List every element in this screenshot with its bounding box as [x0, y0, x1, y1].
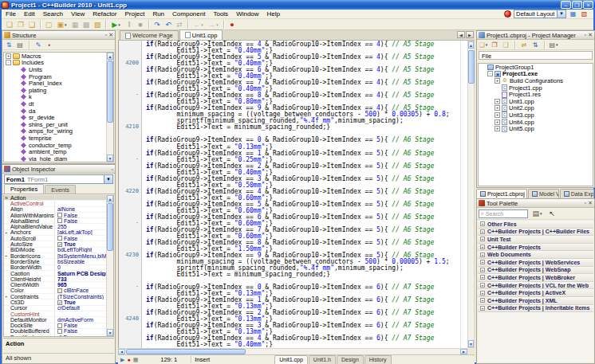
palette-category[interactable]: +C++Builder Projects | ActiveX	[478, 289, 593, 297]
pause-button[interactable]: ‖	[124, 19, 135, 29]
code-line[interactable]: if(RadioGroup9->ItemIndex == 5 & RadioGr…	[142, 201, 467, 207]
structure-item[interactable]: temprise	[4, 135, 113, 142]
code-line[interactable]: Edit51->Text = "0.60mm";}	[142, 220, 467, 226]
property-value[interactable]: bsSizeable	[55, 259, 85, 264]
checkbox-unchecked-icon[interactable]	[57, 236, 62, 241]
save-desktop-button[interactable]: ▦	[569, 10, 577, 18]
property-value[interactable]: 733	[55, 276, 67, 282]
editor-horizontal-scrollbar[interactable]: ◀ ▶	[118, 348, 467, 354]
palette-category[interactable]: +C++Builder Projects | C++Builder Files	[478, 229, 593, 237]
close-icon[interactable]: ✕	[588, 200, 593, 206]
structure-item[interactable]: Program	[4, 73, 113, 80]
code-line[interactable]: Edit51->Text = "0.25mm";}	[142, 156, 467, 162]
project-item[interactable]: +CUnit1.cpp	[479, 98, 593, 105]
code-line[interactable]: if(RadioGroup9->ItemIndex == 2 & RadioGr…	[142, 309, 467, 315]
code-line[interactable]: Edit51->Text = minimum_spacing_rounded;}	[142, 123, 467, 130]
palette-category[interactable]: +C++Builder Projects	[478, 244, 593, 252]
code-line[interactable]: if(RadioGroup9->ItemIndex == 4 & RadioGr…	[142, 335, 467, 341]
property-value[interactable]: (TSizeConstraints)	[55, 294, 104, 299]
expand-icon[interactable]: +	[480, 221, 485, 226]
expand-icon[interactable]: +	[480, 298, 485, 303]
scroll-left-icon[interactable]: ◀	[118, 349, 125, 354]
menu-item-file[interactable]: File	[2, 10, 20, 19]
property-value[interactable]: clBtnFace	[55, 288, 89, 293]
open-button[interactable]: ❐	[15, 19, 26, 29]
desktop-layout-combo[interactable]: Default Layout ▼	[514, 10, 566, 18]
tab-events[interactable]: Events	[45, 185, 76, 194]
expand-icon[interactable]: +	[480, 260, 485, 264]
menu-item-view[interactable]: View	[67, 10, 89, 19]
macro-stop-icon[interactable]: ▦	[133, 357, 139, 363]
code-line[interactable]: if(RadioGroup9->ItemIndex == 2 & RadioGr…	[142, 162, 467, 169]
palette-search-input[interactable]: ⌕ Search	[479, 209, 528, 218]
sort-alphabetically-button[interactable]: ⇅	[4, 41, 14, 49]
palette-category[interactable]: +C++Builder Projects | WebServices	[478, 259, 593, 267]
code-line[interactable]: Edit51->Text = "0.40mm";}	[142, 72, 467, 79]
property-row[interactable]: CursorcrDefault	[4, 306, 113, 311]
code-line[interactable]: if(RadioGroup9->ItemIndex == 1 & RadioGr…	[142, 150, 467, 156]
expand-icon[interactable]: +	[495, 105, 500, 111]
instance-selector-combo[interactable]: Form1 TForm1 ▼	[4, 174, 113, 184]
palette-view-button[interactable]: ▤▾	[530, 209, 544, 219]
palette-category[interactable]: +C++Builder Projects | Inheritable Items	[478, 305, 593, 313]
expand-icon[interactable]: +	[480, 245, 485, 249]
code-line[interactable]: if(RadioGroup9->ItemIndex == 6 & RadioGr…	[142, 66, 467, 72]
pin-icon[interactable]: ▫	[112, 166, 113, 172]
help-insight-button[interactable]: ●	[227, 19, 238, 29]
macro-play-icon[interactable]: ▶	[120, 357, 124, 363]
property-value[interactable]: False	[55, 323, 77, 328]
property-value[interactable]: False	[55, 213, 77, 218]
bottom-tab-history[interactable]: History	[364, 355, 392, 364]
structure-item[interactable]: k	[4, 94, 113, 101]
expand-icon[interactable]: +	[480, 306, 485, 311]
new-node-button[interactable]: ▪	[45, 41, 54, 49]
bottom-tab-design[interactable]: Design	[337, 355, 364, 364]
structure-item[interactable]: +Macros	[4, 53, 113, 60]
checkbox-unchecked-icon[interactable]	[57, 213, 62, 217]
bottom-tab-unit1-h[interactable]: Unit1.h	[309, 355, 336, 364]
close-icon[interactable]: ✕	[108, 32, 113, 38]
project-manager-file-header[interactable]: File	[479, 51, 593, 60]
menu-item-run[interactable]: Run	[148, 10, 168, 19]
scroll-up-icon[interactable]: ▲	[468, 41, 474, 49]
code-editor[interactable]: 4200·4210·4220·4230·4240· if(RadioGroup9…	[118, 41, 467, 348]
scroll-up-icon[interactable]: ▲	[107, 195, 113, 202]
menu-item-component[interactable]: Component	[168, 10, 209, 19]
code-line[interactable]: if(RadioGroup9->ItemIndex == 4 & RadioGr…	[142, 188, 467, 194]
structure-item[interactable]: via_circ	[4, 162, 113, 163]
code-line[interactable]: if(RadioGroup9->ItemIndex == 3 & RadioGr…	[142, 322, 467, 328]
tab-properties[interactable]: Properties	[4, 184, 44, 194]
project-item[interactable]: -▣Project1.exe	[479, 71, 593, 78]
project-item[interactable]: ProjectGroup1	[479, 64, 593, 71]
open-project-button[interactable]: ❑	[26, 19, 37, 29]
run-button[interactable]: ▶▾	[108, 19, 124, 29]
dock-tab-project1-cbproj-proje-[interactable]: Project1.cbproj - Proje...	[476, 189, 527, 198]
code-line[interactable]: if(RadioGroup9->ItemIndex == 8 & RadioGr…	[142, 239, 467, 245]
editor-tab-unit1-cpp[interactable]: Unit1.cpp	[179, 29, 223, 40]
structure-item[interactable]: sr_devide	[4, 114, 113, 121]
structure-item[interactable]: -Includes	[4, 60, 113, 67]
structure-item[interactable]: amps_for_wiring	[4, 128, 113, 135]
property-value[interactable]: dmActiveForm	[55, 317, 93, 323]
code-line[interactable]: Edit51->Text = "1.50mm";}	[142, 245, 467, 252]
project-item[interactable]: +CUnit5.cpp	[479, 125, 593, 132]
expand-icon[interactable]: +	[495, 99, 500, 104]
property-value[interactable]: False	[55, 328, 77, 334]
project-item[interactable]: Project1.res	[479, 91, 593, 98]
code-line[interactable]: if(RadioGroup9->ItemIndex == 4 & RadioGr…	[142, 41, 467, 47]
property-row[interactable]: Action	[4, 195, 113, 201]
palette-category[interactable]: +C++Builder Projects | XML	[478, 297, 593, 305]
expand-icon[interactable]: +	[495, 112, 500, 118]
code-line[interactable]: if(RadioGroup9->ItemIndex == 8 & RadioGr…	[142, 92, 467, 98]
expand-icon[interactable]: +	[480, 275, 485, 280]
dock-tab-model-view[interactable]: Model View	[528, 189, 559, 198]
pm-sync-button[interactable]: ⇄	[519, 41, 529, 49]
code-line[interactable]: sprintf(minimum_spacing_rounded,"%.4f mm…	[142, 117, 467, 123]
code-line[interactable]: Edit51->Text = "0.40mm";}	[142, 47, 467, 53]
code-line[interactable]: if(RadioGroup9->ItemIndex == 6 & RadioGr…	[142, 213, 467, 220]
code-line[interactable]: minimum_spacing = ((voltage_between_cond…	[142, 111, 467, 117]
back-button[interactable]: ←▾	[191, 19, 206, 29]
property-value[interactable]: [biSystemMenu,biMinimize,biMaximize]	[55, 253, 113, 259]
code-line[interactable]: if(RadioGroup9->ItemIndex == 3 & RadioGr…	[142, 175, 467, 182]
bottom-tab-unit1-cpp[interactable]: Unit1.cpp	[274, 355, 308, 364]
